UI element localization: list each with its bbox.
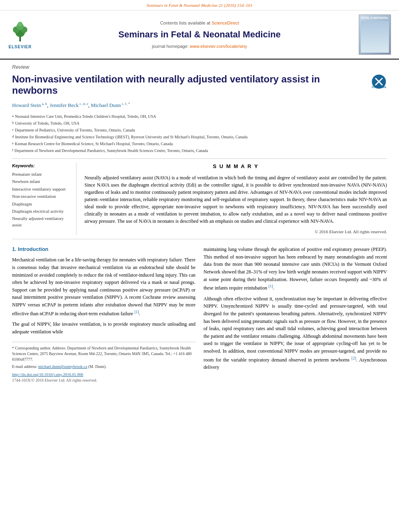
citation-text: Seminars in Fetal & Neonatal Medicine 21…	[146, 3, 252, 8]
crossmark-icon: CrossMark	[371, 74, 387, 90]
summary-body: Neurally adjusted ventilatory assist (NA…	[84, 174, 387, 225]
journal-title: Seminars in Fetal & Neonatal Medicine	[56, 29, 343, 41]
svg-point-5	[18, 22, 23, 27]
authors-line: Howard Stein a, b, Jennifer Beck c, d, e…	[12, 101, 387, 109]
two-column-layout: 1. Introduction Mechanical ventilation c…	[12, 246, 387, 383]
keyword-2: Newborn infant	[12, 179, 70, 185]
elsevier-logo-area: ELSEVIER	[8, 19, 48, 50]
intro-para-2: The goal of NIPPV, like invasive ventila…	[12, 320, 195, 335]
doi-link[interactable]: http://dx.doi.org/10.1016/j.siny.2016.01…	[12, 372, 83, 377]
summary-section: Keywords: Premature infant Newborn infan…	[12, 163, 387, 235]
divider-1	[12, 158, 387, 159]
contents-availability: Contents lists available at ScienceDirec…	[56, 20, 343, 26]
keywords-column: Keywords: Premature infant Newborn infan…	[12, 163, 76, 235]
affiliation-b: b University of Toledo, Toledo, OH, USA	[12, 120, 387, 126]
right-para-1: maintaining lung volume through the appl…	[204, 246, 387, 292]
journal-citation-banner: Seminars in Fetal & Neonatal Medicine 21…	[0, 0, 399, 10]
article-title-text: Non-invasive ventilation with neurally a…	[12, 74, 367, 97]
journal-header-center: Contents lists available at ScienceDirec…	[48, 20, 351, 50]
corresponding-footnote: * Corresponding author. Address: Departm…	[12, 345, 195, 362]
left-column: 1. Introduction Mechanical ventilation c…	[12, 246, 195, 383]
intro-heading: 1. Introduction	[12, 246, 195, 253]
journal-cover-area: FETAL & NEONATAL	[351, 14, 391, 55]
cover-title-text: FETAL & NEONATAL	[361, 16, 389, 20]
cover-image	[361, 21, 389, 53]
author-1: Howard Stein	[12, 103, 41, 109]
crossmark-badge: CrossMark	[367, 74, 387, 92]
right-para-2: Although often effective without it, syn…	[204, 295, 387, 371]
keyword-5: Diaphragm	[12, 201, 70, 207]
footnotes-block: * Corresponding author. Address: Departm…	[12, 342, 195, 383]
keyword-3: Interactive ventilatory support	[12, 186, 70, 192]
email-link[interactable]: michael.dunn@sunnybrook.ca	[38, 364, 87, 369]
summary-heading: S U M M A R Y	[84, 163, 387, 170]
author-2: Jennifer Beck	[50, 103, 79, 109]
email-footnote: E-mail address: michael.dunn@sunnybrook.…	[12, 364, 195, 370]
keyword-1: Premature infant	[12, 171, 70, 177]
intro-para-1: Mechanical ventilation can be a life-sav…	[12, 256, 195, 317]
affiliation-d: d Institute for Biomedical Engineering a…	[12, 134, 387, 140]
body-section: 1. Introduction Mechanical ventilation c…	[12, 246, 387, 383]
issn-line: 1744-165X/© 2016 Elsevier Ltd. All right…	[12, 378, 195, 383]
keyword-6: Diaphragm electrical activity	[12, 208, 70, 214]
article-title-block: Non-invasive ventilation with neurally a…	[12, 74, 387, 97]
right-column: maintaining lung volume through the appl…	[204, 246, 387, 383]
affiliation-f: f Department of Newborn and Developmenta…	[12, 148, 387, 154]
affiliation-a: a Neonatal Intensive Care Unit, Promedic…	[12, 113, 387, 119]
affiliation-e: e Keenan Research Centre for Biomedical …	[12, 141, 387, 147]
summary-column: S U M M A R Y Neurally adjusted ventilat…	[84, 163, 387, 235]
svg-text:CrossMark: CrossMark	[372, 86, 386, 88]
author-3: Michael Dunn	[91, 103, 121, 109]
sciencedirect-link[interactable]: ScienceDirect	[212, 21, 239, 25]
homepage-url[interactable]: www.elsevier.com/locate/siny	[190, 44, 247, 49]
doi-line: http://dx.doi.org/10.1016/j.siny.2016.01…	[12, 372, 195, 378]
article-content: Review Non-invasive ventilation with neu…	[0, 60, 399, 391]
divider-2	[12, 239, 387, 239]
journal-cover-image: FETAL & NEONATAL	[359, 14, 391, 55]
keyword-4: Non-invasive ventilation	[12, 193, 70, 199]
elsevier-logo: ELSEVIER	[8, 19, 32, 50]
homepage-line: journal homepage: www.elsevier.com/locat…	[56, 43, 343, 49]
affiliation-c: c Department of Pediatrics, University o…	[12, 127, 387, 133]
elsevier-tree-icon	[8, 19, 32, 43]
keywords-heading: Keywords:	[12, 163, 70, 169]
article-type-label: Review	[12, 64, 387, 71]
elsevier-wordmark: ELSEVIER	[8, 44, 31, 50]
affiliations-block: a Neonatal Intensive Care Unit, Promedic…	[12, 113, 387, 154]
copyright-line: © 2016 Elsevier Ltd. All rights reserved…	[84, 229, 387, 235]
journal-header: ELSEVIER Contents lists available at Sci…	[0, 10, 399, 60]
keyword-7: Neurally adjusted ventilatory assist	[12, 216, 70, 228]
